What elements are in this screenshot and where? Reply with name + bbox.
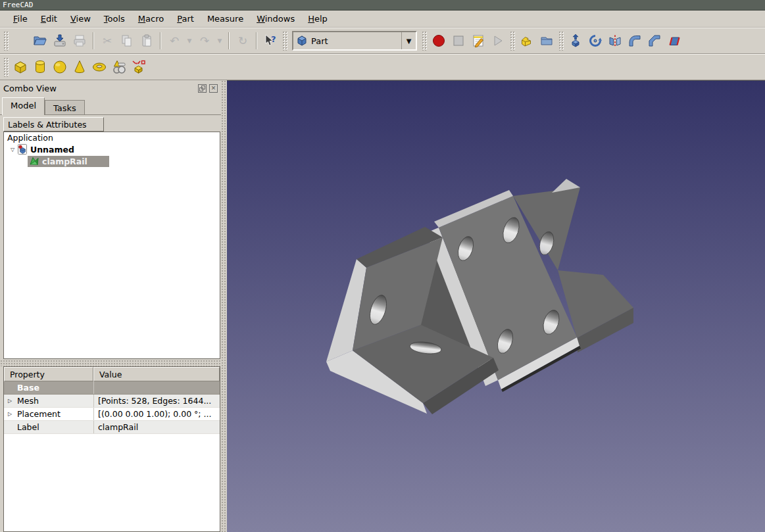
menu-view[interactable]: View bbox=[64, 12, 97, 26]
document-label: Unnamed bbox=[30, 145, 74, 155]
print-button[interactable] bbox=[70, 31, 89, 51]
record-macro-button[interactable] bbox=[429, 31, 449, 51]
toolbar-handle[interactable] bbox=[3, 57, 9, 77]
close-panel-button[interactable]: ✕ bbox=[209, 84, 218, 93]
create-primitives-button[interactable] bbox=[109, 57, 129, 77]
float-panel-button[interactable] bbox=[198, 84, 207, 93]
revolve-button[interactable] bbox=[585, 31, 605, 51]
menu-file[interactable]: File bbox=[7, 12, 34, 26]
part-export-button[interactable] bbox=[537, 31, 556, 51]
3d-viewport[interactable] bbox=[227, 80, 765, 532]
menu-edit[interactable]: Edit bbox=[34, 12, 64, 26]
save-button[interactable] bbox=[50, 31, 70, 51]
fillet-button[interactable] bbox=[625, 31, 645, 51]
undo-button[interactable]: ↶ bbox=[164, 31, 184, 51]
cut-button[interactable]: ✂ bbox=[97, 31, 117, 51]
edit-macro-button[interactable] bbox=[468, 31, 488, 51]
property-row-mesh[interactable]: ▷ Mesh [Points: 528, Edges: 1644... bbox=[4, 395, 220, 408]
stop-icon bbox=[451, 34, 466, 48]
menu-measure[interactable]: Measure bbox=[201, 12, 250, 26]
expand-arrow-icon[interactable]: ▷ bbox=[4, 411, 16, 417]
part-import-button[interactable] bbox=[517, 31, 537, 51]
redo-button[interactable]: ↷ bbox=[195, 31, 214, 51]
open-file-button[interactable] bbox=[30, 31, 50, 51]
toolbar-standard: ✂ ↶ ▼ ↷ ▼ ↻ ? Part ▼ bbox=[0, 28, 765, 54]
toolbar-primitives bbox=[0, 54, 765, 80]
cone-button[interactable] bbox=[70, 57, 89, 77]
refresh-button[interactable]: ↻ bbox=[233, 31, 253, 51]
torus-button[interactable] bbox=[89, 57, 109, 77]
freecad-window: FreeCAD File Edit View Tools Macro Part … bbox=[0, 0, 765, 532]
folder-icon bbox=[539, 34, 554, 48]
undo-dropdown-button[interactable]: ▼ bbox=[184, 31, 195, 51]
panel-splitter-vertical[interactable] bbox=[221, 80, 227, 532]
menu-part[interactable]: Part bbox=[170, 12, 201, 26]
clamp-rail-model bbox=[227, 81, 765, 532]
shape-builder-icon bbox=[131, 59, 147, 75]
combo-view-tabs: Model Tasks bbox=[2, 97, 85, 115]
document-icon bbox=[17, 144, 28, 155]
sphere-icon bbox=[52, 59, 68, 75]
property-header-row: Property Value bbox=[4, 367, 220, 381]
model-tree: Application ▽ Unnamed clampRail bbox=[3, 132, 220, 359]
ruled-surface-button[interactable] bbox=[664, 31, 684, 51]
expander-icon[interactable]: ▽ bbox=[8, 147, 17, 153]
workbench-dropdown-arrow[interactable]: ▼ bbox=[401, 32, 416, 49]
workbench-selector[interactable]: Part ▼ bbox=[292, 31, 417, 51]
whats-this-icon: ? bbox=[263, 34, 278, 48]
new-file-button[interactable] bbox=[11, 31, 30, 51]
paste-button[interactable] bbox=[137, 31, 157, 51]
stop-macro-button[interactable] bbox=[449, 31, 468, 51]
property-column-header: Property bbox=[4, 367, 93, 381]
extrude-button[interactable] bbox=[566, 31, 585, 51]
open-folder-icon bbox=[33, 34, 47, 48]
menu-windows[interactable]: Windows bbox=[250, 12, 301, 26]
whats-this-button[interactable]: ? bbox=[260, 31, 280, 51]
toolbar-handle[interactable] bbox=[3, 31, 9, 51]
shape-builder-button[interactable] bbox=[129, 57, 149, 77]
edit-macro-icon bbox=[471, 34, 485, 48]
panel-splitter-horizontal[interactable] bbox=[0, 360, 221, 366]
tab-tasks[interactable]: Tasks bbox=[45, 100, 85, 115]
cylinder-button[interactable] bbox=[30, 57, 50, 77]
box-button[interactable] bbox=[11, 57, 30, 77]
chamfer-button[interactable] bbox=[645, 31, 664, 51]
selected-row-highlight[interactable]: clampRail bbox=[28, 156, 109, 167]
toolbar-separator bbox=[256, 32, 257, 49]
menu-tools[interactable]: Tools bbox=[97, 12, 132, 26]
menu-help[interactable]: Help bbox=[301, 12, 334, 26]
close-icon: ✕ bbox=[211, 85, 216, 91]
chevron-down-icon: ▼ bbox=[218, 38, 222, 44]
menu-bar: File Edit View Tools Macro Part Measure … bbox=[0, 11, 765, 28]
play-icon bbox=[491, 34, 505, 48]
torus-icon bbox=[91, 59, 107, 75]
property-row-label[interactable]: Label clampRail bbox=[4, 421, 220, 434]
copy-button[interactable] bbox=[117, 31, 137, 51]
refresh-icon: ↻ bbox=[238, 36, 247, 47]
menu-macro[interactable]: Macro bbox=[132, 12, 170, 26]
toolbar-handle[interactable] bbox=[282, 31, 287, 51]
play-macro-button[interactable] bbox=[488, 31, 508, 51]
tree-item-document[interactable]: ▽ Unnamed bbox=[4, 143, 220, 155]
redo-dropdown-button[interactable]: ▼ bbox=[214, 31, 225, 51]
toolbar-handle[interactable] bbox=[510, 31, 515, 51]
tree-item-clamprail[interactable]: clampRail bbox=[4, 155, 220, 167]
fillet-icon bbox=[628, 34, 642, 48]
toolbar-separator bbox=[93, 32, 94, 49]
expand-arrow-icon[interactable]: ▷ bbox=[4, 398, 16, 404]
sphere-button[interactable] bbox=[50, 57, 70, 77]
value-column-header: Value bbox=[93, 367, 220, 381]
workbench-value: Part bbox=[308, 36, 401, 46]
toolbar-handle[interactable] bbox=[422, 31, 427, 51]
property-group-base[interactable]: Base bbox=[4, 381, 220, 395]
mirror-button[interactable] bbox=[605, 31, 625, 51]
toolbar-handle[interactable] bbox=[558, 31, 564, 51]
window-titlebar[interactable]: FreeCAD bbox=[0, 0, 765, 11]
chevron-down-icon: ▼ bbox=[187, 38, 192, 44]
tab-model[interactable]: Model bbox=[2, 97, 45, 115]
property-row-placement[interactable]: ▷ Placement [(0.00 0.00 1.00); 0.00 °; .… bbox=[4, 408, 220, 421]
paste-icon bbox=[139, 34, 154, 48]
toolbar-separator bbox=[228, 32, 230, 49]
combo-view-titlebar[interactable]: Combo View ✕ bbox=[0, 80, 221, 97]
tree-root-application[interactable]: Application bbox=[4, 132, 220, 143]
